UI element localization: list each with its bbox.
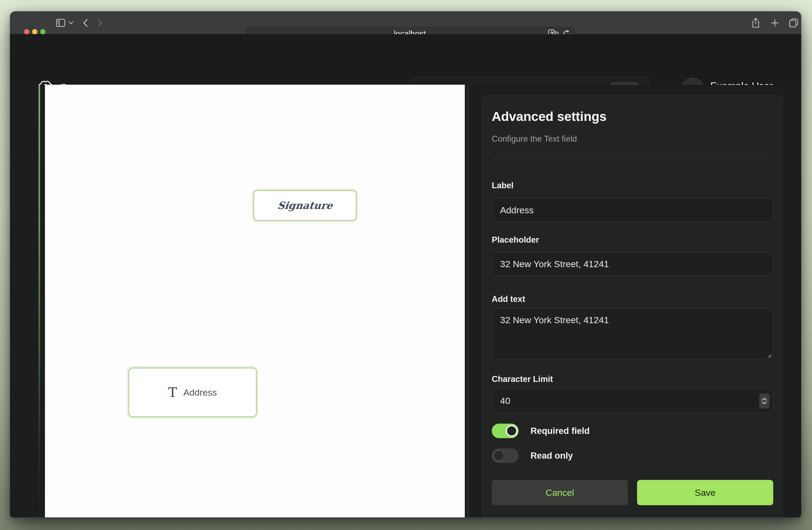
document-edge-accent bbox=[39, 85, 40, 518]
main-content: Signature T Address Advanced settings Co… bbox=[10, 85, 801, 518]
content-divider bbox=[467, 85, 468, 518]
new-tab-icon[interactable] bbox=[768, 11, 781, 34]
textarea-resize-handle[interactable] bbox=[766, 352, 772, 358]
document-page: Signature T Address bbox=[45, 85, 465, 518]
text-field-box[interactable]: T Address bbox=[128, 367, 257, 417]
read-only-row: Read only bbox=[492, 448, 573, 463]
close-window-button[interactable] bbox=[24, 29, 29, 34]
placeholder-field-label: Placeholder bbox=[492, 235, 539, 245]
save-button[interactable]: Save bbox=[637, 480, 773, 505]
add-text-field-label: Add text bbox=[492, 294, 525, 304]
zoom-window-button[interactable] bbox=[40, 29, 45, 34]
stepper-down-icon bbox=[762, 401, 767, 405]
toolbar-separator bbox=[66, 19, 66, 27]
stepper-up-icon bbox=[762, 398, 767, 401]
toggle-knob bbox=[506, 425, 518, 437]
character-limit-field-label: Character Limit bbox=[492, 374, 553, 384]
text-field-type-icon: T bbox=[168, 385, 177, 400]
tab-overview-icon[interactable] bbox=[787, 11, 800, 34]
sidebar-toggle-icon[interactable] bbox=[55, 11, 66, 34]
chevron-down-icon[interactable] bbox=[67, 11, 75, 34]
browser-toolbar: localhost A 文 bbox=[10, 11, 801, 34]
label-field-label: Label bbox=[492, 181, 513, 191]
app-header: Documenso Documents Templates Search ⌘+K… bbox=[10, 34, 801, 85]
add-text-textarea[interactable]: 32 New York Street, 41241 bbox=[492, 308, 773, 359]
signature-field-label: Signature bbox=[277, 199, 333, 211]
required-field-row: Required field bbox=[492, 423, 590, 438]
text-field-label: Address bbox=[183, 387, 217, 398]
character-limit-input[interactable] bbox=[492, 389, 773, 413]
back-button[interactable] bbox=[79, 11, 91, 34]
forward-button[interactable] bbox=[94, 11, 106, 34]
panel-title: Advanced settings bbox=[492, 109, 773, 124]
required-field-label: Required field bbox=[531, 426, 590, 436]
number-stepper[interactable] bbox=[759, 393, 769, 408]
minimize-window-button[interactable] bbox=[32, 29, 38, 34]
required-field-toggle[interactable] bbox=[492, 423, 519, 438]
toggle-knob bbox=[493, 450, 505, 462]
cancel-button[interactable]: Cancel bbox=[492, 480, 628, 505]
desktop: localhost A 文 bbox=[0, 0, 812, 530]
share-icon[interactable] bbox=[750, 11, 762, 34]
advanced-settings-panel: Advanced settings Configure the Text fie… bbox=[482, 95, 783, 518]
placeholder-input[interactable] bbox=[492, 252, 773, 276]
label-input[interactable] bbox=[492, 198, 773, 222]
read-only-toggle[interactable] bbox=[492, 448, 519, 463]
signature-field-box[interactable]: Signature bbox=[253, 190, 357, 221]
panel-subtitle: Configure the Text field bbox=[492, 134, 773, 144]
browser-window: localhost A 文 bbox=[10, 11, 801, 518]
read-only-label: Read only bbox=[531, 450, 573, 461]
